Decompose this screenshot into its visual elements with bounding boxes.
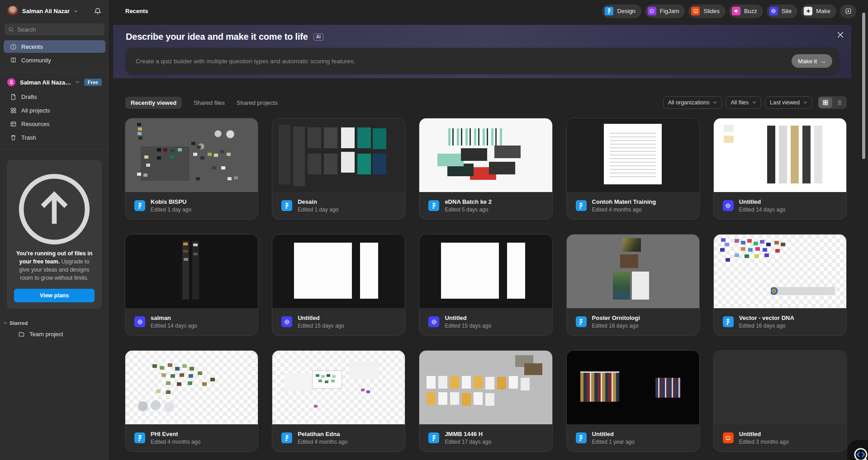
tool-label: Make [816,8,830,14]
file-edited-label: Edited 15 days ago [298,323,344,329]
nav-item-label: Recents [21,43,43,50]
file-card-untitled-13[interactable]: Untitled Edited 1 year ago [566,350,700,452]
file-thumbnail [125,351,258,424]
file-card-desain-1[interactable]: Desain Edited 1 day ago [272,118,405,220]
tool-label: Site [782,8,792,14]
starred-list: Team project [0,328,109,341]
grid-view-button[interactable] [819,97,832,108]
file-thumbnail [714,118,846,192]
file-name: JMMB 1446 H [445,431,491,437]
scrollbar-thumb[interactable] [862,13,865,159]
design-file-icon [281,200,292,211]
file-card-untitled-4[interactable]: Untitled Edited 14 days ago [713,118,847,220]
design-file-icon [134,432,145,443]
ai-prompt-input[interactable] [136,58,792,65]
new-slides-button[interactable]: Slides [688,5,725,18]
close-icon[interactable] [837,31,844,38]
tab-recently-viewed[interactable]: Recently viewed [125,97,182,109]
design-icon [605,7,613,15]
trash-icon [10,134,17,141]
file-card-untitled-7[interactable]: Untitled Edited 15 days ago [419,234,552,336]
new-make-button[interactable]: Make [801,5,836,18]
file-edited-label: Edited 1 year ago [592,439,635,445]
import-button[interactable] [840,5,856,18]
notifications-bell-icon[interactable] [94,7,102,15]
tool-label: Slides [703,8,719,14]
file-edited-label: Edited 16 days ago [739,323,794,329]
file-card-poster-ornitologi-8[interactable]: Poster Ornitologi Edited 16 days ago [566,234,700,336]
chevron-down-icon [752,101,756,103]
file-thumbnail [272,235,405,308]
file-card-untitled-14[interactable]: Untitled Edited 3 months ago [713,350,847,452]
sidebar-team-nav: Drafts All projects Resources Trash [0,90,109,144]
nav-item-label: Community [21,57,51,64]
account-menu[interactable]: Salman Ali Nazar [0,0,109,22]
file-card-pelatihan-edna-11[interactable]: Pelatihan Edna Edited 4 months ago [272,350,405,452]
sidebar-item-resources[interactable]: Resources [4,117,105,130]
site-file-icon [134,316,145,327]
file-card-contoh-materi-training-3[interactable]: Contoh Materi Training Edited 4 months a… [566,118,700,220]
new-site-button[interactable]: Site [767,5,797,18]
file-thumbnail [567,351,699,424]
make-it-button[interactable]: Make it→ [792,54,832,68]
file-card-kobis-bispu-0[interactable]: Kobis BISPU Edited 1 day ago [125,118,258,220]
nav-item-label: Trash [21,134,36,141]
sidebar-item-drafts[interactable]: Drafts [4,90,105,103]
import-icon [845,8,852,14]
filter-all-files[interactable]: All files [726,96,761,109]
file-card-untitled-6[interactable]: Untitled Edited 15 days ago [272,234,405,336]
search-field[interactable] [17,26,101,33]
chevron-down-icon [803,101,807,103]
code-inspect-widget[interactable] [847,440,868,460]
file-edited-label: Edited 15 days ago [445,323,491,329]
file-card-salman-5[interactable]: salman Edited 14 days ago [125,234,258,336]
sidebar-item-all-projects[interactable]: All projects [4,104,105,117]
new-buzz-button[interactable]: Buzz [729,5,763,18]
team-avatar: S [7,78,15,86]
file-card-phi-event-10[interactable]: PHI Event Edited 4 months ago [125,350,258,452]
sidebar-item-trash[interactable]: Trash [4,131,105,144]
divider [0,72,109,72]
file-edited-label: Edited 4 months ago [151,439,200,445]
design-file-icon [134,200,145,211]
file-card-jmmb-1446-h-12[interactable]: JMMB 1446 H Edited 17 days ago [419,350,552,452]
file-edited-label: Edited 14 days ago [739,207,786,213]
tab-shared-projects[interactable]: Shared projects [237,97,278,109]
file-name: Untitled [739,198,786,205]
files-grid: Kobis BISPU Edited 1 day ago Desain Edit… [109,118,868,452]
view-plans-button[interactable]: View plans [14,289,95,302]
list-view-button[interactable] [832,97,846,108]
tool-label: FigJam [660,8,679,14]
chevron-down-icon [76,81,80,83]
draft-icon [10,94,17,100]
topbar: Recents Design FigJam Slides Buzz Site M… [109,0,868,22]
file-thumbnail [272,118,405,192]
design-file-icon [428,432,439,443]
file-card-edna-batch-ke-2-2[interactable]: eDNA Batch ke 2 Edited 5 days ago [419,118,552,220]
grid4-icon [10,107,17,114]
starred-item-team-project[interactable]: Team project [12,328,105,341]
starred-section-header[interactable]: Starred [0,320,109,326]
new-figjam-button[interactable]: FigJam [645,5,685,18]
tabs: Recently viewedShared filesShared projec… [125,97,278,109]
file-name: Untitled [298,314,344,321]
files-toolbar: Recently viewedShared filesShared projec… [109,96,868,109]
search-input[interactable] [5,23,104,35]
file-edited-label: Edited 3 months ago [739,439,789,445]
sidebar-item-recents[interactable]: Recents [4,40,105,53]
file-card-vector-vector-dna-9[interactable]: Vector - vector DNA Edited 16 days ago [713,234,847,336]
new-file-toolbar: Design FigJam Slides Buzz Site Make [602,5,856,18]
file-name: Kobis BISPU [151,198,191,205]
team-switcher[interactable]: S Salman Ali Nazar'... Free [0,77,109,87]
new-design-button[interactable]: Design [602,5,641,18]
site-file-icon [281,316,292,327]
tool-label: Design [617,8,635,14]
nav-item-label: Drafts [21,94,37,100]
filter-all-organizations[interactable]: All organizations [663,96,722,109]
sidebar-item-community[interactable]: Community [4,54,105,66]
file-thumbnail [125,118,258,192]
arrow-right-icon: → [820,58,826,65]
file-name: Desain [298,198,338,205]
filter-last-viewed[interactable]: Last viewed [765,96,812,109]
tab-shared-files[interactable]: Shared files [194,97,225,109]
